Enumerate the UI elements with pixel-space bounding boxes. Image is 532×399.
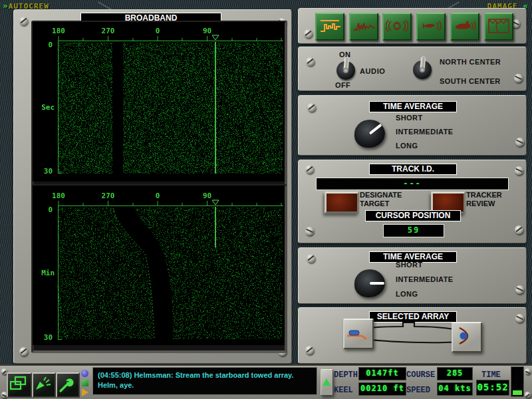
radio-indicator[interactable] [81,370,88,377]
depth-label: DEPTH [334,370,358,380]
up-triangle-icon [323,378,331,386]
ta2-option-long[interactable]: LONG [396,290,418,298]
ta1-option-intermediate[interactable]: INTERMEDIATE [396,128,453,136]
broadband-waterfall-panel: BROADBAND [13,9,292,364]
audio-off-label: OFF [335,81,350,89]
course-label: COURSE [406,370,435,380]
speed-label: SPEED [406,386,430,395]
time-average-1-title: TIME AVERAGE [369,101,457,112]
interface-windows-button[interactable] [7,372,32,398]
screw-icon [307,103,316,112]
audio-center-toggle-switch[interactable] [413,61,432,79]
toggle-hub [343,68,348,73]
track-id-title: TRACK I.D. [369,164,457,175]
display-select-panel [298,8,527,44]
spherical-array-button[interactable] [452,322,482,352]
ocean-profile-icon [487,17,510,35]
north-center-label: NORTH CENTER [440,58,501,66]
screw-icon [515,285,524,294]
screw-icon [19,347,28,356]
knob-pointer [370,282,384,285]
level-gauge [511,366,524,397]
playback-indicator[interactable] [82,388,88,396]
intercom-indicator[interactable] [82,380,88,386]
submarine-signal-icon [420,17,442,35]
narrowband-display-button[interactable] [349,13,378,41]
time-average-panel-1: TIME AVERAGE SHORT INTERMEDIATE LONG [298,95,527,156]
waterfall-short-display[interactable] [33,22,285,182]
keel-readout: 00210 ft [358,382,406,396]
selected-array-panel: SELECTED ARRAY [298,307,527,364]
keel-label: KEEL [334,386,353,395]
screw-icon [304,29,313,38]
depth-readout: 0147ft [358,367,406,380]
course-readout: 285 [437,367,473,380]
tracker-line2: REVIEW [466,200,502,208]
propeller-sound-icon [386,17,408,35]
designate-line1: DESIGNATE [360,191,402,200]
audio-toggle-switch[interactable] [336,61,355,80]
screw-icon [307,254,315,263]
cursor-position-title: CURSOR POSITION [365,210,461,221]
waterfall-long-display[interactable] [33,186,285,345]
message-line-1: (04:55:08) Helmsman: Stream the starboar… [98,370,312,380]
track-id-readout: --- [316,178,509,190]
loudhailer-icon [33,374,52,394]
active-intercept-display-button[interactable] [416,13,446,41]
message-line-2: Helm, aye. [98,380,312,390]
toggle-hub [420,67,425,72]
demon-display-button[interactable] [382,13,412,41]
stacked-windows-icon [8,374,28,394]
time-average-1-knob[interactable] [354,120,385,148]
chevrons-right-icon: » [3,1,9,11]
screw-icon [514,74,523,82]
tracker-review-label: TRACKER REVIEW [466,191,502,208]
screw-icon [515,138,524,146]
tracker-line1: TRACKER [466,191,502,200]
screw-icon [306,57,315,66]
ownship-noise-display-button[interactable] [450,13,479,41]
designate-target-label: DESIGNATE TARGET [360,191,402,208]
audio-label: AUDIO [360,67,385,75]
track-id-panel: TRACK I.D. --- DESIGNATE TARGET TRACKER … [298,160,527,243]
time-average-panel-2: TIME AVERAGE SHORT INTERMEDIATE LONG [298,247,527,304]
announcements-button[interactable] [32,372,56,398]
ta2-option-intermediate[interactable]: INTERMEDIATE [396,275,453,283]
sound-profile-display-button[interactable] [484,13,513,41]
message-log[interactable]: (04:55:08) Helmsman: Stream the starboar… [92,367,317,395]
time-average-2-knob[interactable] [354,269,385,297]
narrowband-spectrum-icon [352,17,375,35]
ta1-option-long[interactable]: LONG [396,142,418,150]
screw-icon [525,368,531,374]
screw-icon [305,346,314,354]
speed-readout: 04 kts [437,382,473,396]
knob-pointer [369,124,382,135]
screw-icon [19,17,28,25]
screw-icon [515,225,523,234]
screw-icon [305,165,314,174]
ownship-submarine-icon [454,17,476,35]
designate-line2: TARGET [360,200,402,208]
broadband-waterfall-icon [319,17,341,35]
screw-icon [515,314,524,323]
towed-array-button[interactable] [343,319,374,349]
designate-target-button[interactable] [325,192,359,213]
screw-icon [525,392,531,398]
time-readout: 05:52 [476,380,509,396]
ta1-option-short[interactable]: SHORT [396,114,423,122]
ta2-option-short[interactable]: SHORT [396,261,423,269]
tools-button[interactable] [56,372,80,398]
level-gauge-fill [513,390,522,395]
screw-icon [305,227,314,235]
spherical-array-icon [453,323,478,348]
audio-panel: ON OFF AUDIO NORTH CENTER SOUTH CENTER [298,47,527,91]
time-label: TIME [481,370,501,380]
south-center-label: SOUTH CENTER [440,77,501,85]
towed-array-icon [344,320,370,345]
broadband-display-button[interactable] [315,13,344,41]
screw-icon [515,166,523,175]
message-scroll-up-button[interactable] [321,369,333,396]
cursor-position-readout: 59 [383,224,444,237]
sonar-station-screen: { "corners": { "autocrew_arrow": "\u00bb… [0,0,532,399]
wrench-icon [57,374,76,394]
